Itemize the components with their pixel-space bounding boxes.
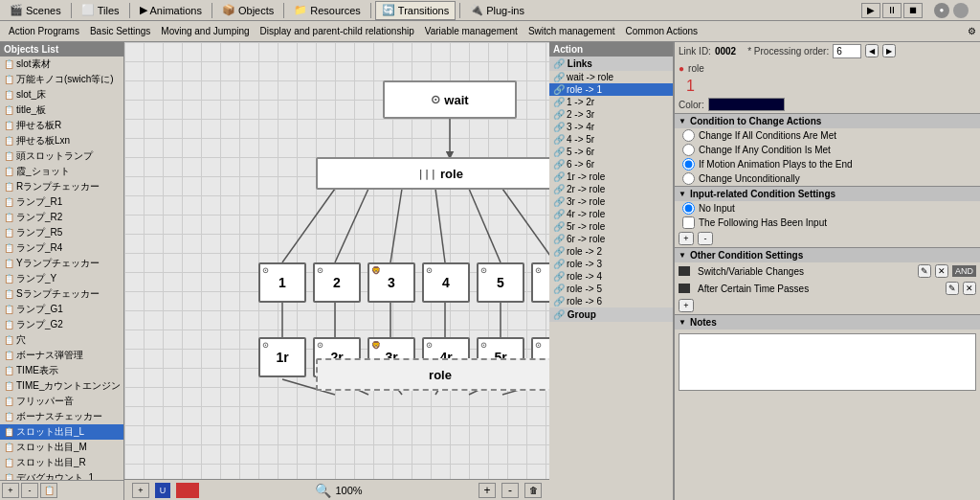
link-2-3r[interactable]: 🔗 2 -> 3r xyxy=(549,108,673,121)
sidebar-item-22[interactable]: 📋フリッパー音 xyxy=(0,394,123,409)
link-role-5[interactable]: 🔗 role -> 5 xyxy=(549,283,673,295)
sidebar-item-27[interactable]: 📋デバグカウント_1 xyxy=(0,470,123,480)
menu-plugins[interactable]: 🔌 Plug-ins xyxy=(464,1,530,20)
color-picker[interactable] xyxy=(708,98,785,111)
zoom-add-button[interactable]: + xyxy=(479,483,496,498)
menu-objects[interactable]: 📦 Objects xyxy=(216,1,279,20)
link-5r-role[interactable]: 🔗 5r -> role xyxy=(549,220,673,233)
sidebar-item-0[interactable]: 📋slot素材 xyxy=(0,57,123,72)
notes-section[interactable]: ▼ Notes xyxy=(675,314,980,330)
link-role-6[interactable]: 🔗 role -> 6 xyxy=(549,295,673,307)
switch-edit-button[interactable]: ✎ xyxy=(918,264,931,278)
sidebar-item-19[interactable]: 📋ボーナス弾管理 xyxy=(0,348,123,363)
menu-resources[interactable]: 📁 Resources xyxy=(288,1,367,20)
link-1-2r[interactable]: 🔗 1 -> 2r xyxy=(549,96,673,108)
sidebar-item-5[interactable]: 📋押せる板Lxn xyxy=(0,133,123,148)
sidebar-item-26[interactable]: 📋スロット出目_R xyxy=(0,455,123,470)
condition-section[interactable]: ▼ Condition to Change Actions xyxy=(675,113,980,128)
sub-variable-mgmt[interactable]: Variable management xyxy=(420,24,523,38)
sidebar-item-16[interactable]: 📋ランプ_G1 xyxy=(0,302,123,317)
sidebar-item-13[interactable]: 📋Yランプチェッカー xyxy=(0,256,123,271)
link-6-6r[interactable]: 🔗 6 -> 6r xyxy=(549,158,673,170)
pause-button[interactable]: ⏸ xyxy=(882,3,902,18)
sidebar-item-14[interactable]: 📋ランプ_Y xyxy=(0,271,123,286)
link-1r-role[interactable]: 🔗 1r -> role xyxy=(549,170,673,183)
stop-button[interactable]: ⏹ xyxy=(903,3,923,18)
sidebar-item-6[interactable]: 📋頭スロットランプ xyxy=(0,148,123,164)
radio-no-input-input[interactable] xyxy=(682,202,695,215)
link-5-6r[interactable]: 🔗 5 -> 6r xyxy=(549,146,673,158)
role-node-top[interactable]: ||| role xyxy=(316,157,549,190)
copy-object-button[interactable]: 📋 xyxy=(40,483,57,498)
check-following-input-cb[interactable] xyxy=(682,216,695,229)
proc-order-up[interactable]: ◀ xyxy=(865,44,879,57)
radio-motion-input[interactable] xyxy=(682,158,695,170)
sub-display-parent[interactable]: Display and parent-child relationship xyxy=(256,24,419,38)
sidebar-item-23[interactable]: 📋ボーナスチェッカー xyxy=(0,409,123,424)
canvas-area[interactable]: ⊙ wait ||| role ⊙ 1 ⊙ 2 🦁 3 ⊙ xyxy=(124,42,549,500)
sidebar-item-7[interactable]: 📋霞_ショット xyxy=(0,164,123,179)
processing-order-input[interactable] xyxy=(833,44,861,58)
num-node-2[interactable]: ⊙ 2 xyxy=(313,262,361,303)
wait-node[interactable]: ⊙ wait xyxy=(383,80,517,119)
link-3r-role[interactable]: 🔗 3r -> role xyxy=(549,195,673,208)
sidebar-item-10[interactable]: 📋ランプ_R2 xyxy=(0,210,123,225)
num-node-4[interactable]: ⊙ 4 xyxy=(422,262,470,303)
link-wait-role[interactable]: 🔗 wait -> role xyxy=(549,71,673,83)
sub-basic-settings[interactable]: Basic Settings xyxy=(85,24,155,38)
sub-moving-jumping[interactable]: Moving and Jumping xyxy=(156,24,254,38)
switch-delete-button[interactable]: ✕ xyxy=(935,264,948,278)
other-section[interactable]: ▼ Other Condition Settings xyxy=(675,247,980,262)
menu-transitions[interactable]: 🔄 Transitions xyxy=(375,1,456,20)
radio-unconditional-input[interactable] xyxy=(682,172,695,185)
sub-action-programs[interactable]: Action Programs xyxy=(4,24,84,38)
num-node-5[interactable]: ⊙ 5 xyxy=(477,262,524,303)
sidebar-item-12[interactable]: 📋ランプ_R4 xyxy=(0,240,123,256)
sidebar-item-18[interactable]: 📋穴 xyxy=(0,332,123,348)
sidebar-item-17[interactable]: 📋ランプ_G2 xyxy=(0,317,123,332)
time-edit-button[interactable]: ✎ xyxy=(946,282,959,295)
sidebar-item-24[interactable]: 📋スロット出目_L xyxy=(0,424,123,440)
role-node-bottom[interactable]: role xyxy=(316,358,549,391)
link-4-5r[interactable]: 🔗 4 -> 5r xyxy=(549,133,673,146)
menu-scenes[interactable]: 🎬 Scenes xyxy=(4,1,67,20)
sidebar-item-9[interactable]: 📋ランプ_R1 xyxy=(0,194,123,210)
menu-animations[interactable]: ▶ Animations xyxy=(134,1,208,20)
sidebar-item-20[interactable]: 📋TIME表示 xyxy=(0,363,123,378)
zoom-remove-button[interactable]: - xyxy=(501,483,519,498)
link-role-2[interactable]: 🔗 role -> 2 xyxy=(549,245,673,258)
remove-object-button[interactable]: - xyxy=(21,483,38,498)
zoom-reset-button[interactable]: 🗑 xyxy=(524,483,542,498)
input-section[interactable]: ▼ Input-related Condition Settings xyxy=(675,186,980,201)
time-delete-button[interactable]: ✕ xyxy=(963,282,976,295)
num-node-1[interactable]: ⊙ 1 xyxy=(258,262,306,303)
radio-any-input[interactable] xyxy=(682,144,695,156)
num-node-1r[interactable]: ⊙ 1r xyxy=(258,337,306,377)
link-role-4[interactable]: 🔗 role -> 4 xyxy=(549,270,673,283)
link-4r-role[interactable]: 🔗 4r -> role xyxy=(549,208,673,220)
radio-all-input[interactable] xyxy=(682,129,695,142)
input-remove-button[interactable]: - xyxy=(698,232,713,245)
link-6r-role[interactable]: 🔗 6r -> role xyxy=(549,233,673,245)
sidebar-item-25[interactable]: 📋スロット出目_M xyxy=(0,440,123,455)
sidebar-item-15[interactable]: 📋Sランプチェッカー xyxy=(0,286,123,302)
link-2r-role[interactable]: 🔗 2r -> role xyxy=(549,183,673,195)
num-node-3[interactable]: 🦁 3 xyxy=(368,262,415,303)
dot-button[interactable] xyxy=(953,3,969,18)
notes-textarea[interactable] xyxy=(679,333,976,391)
play-button[interactable]: ▶ xyxy=(861,3,880,18)
sub-common-actions[interactable]: Common Actions xyxy=(621,24,703,38)
add-object-button[interactable]: + xyxy=(2,483,19,498)
link-role-3[interactable]: 🔗 role -> 3 xyxy=(549,258,673,270)
num-node-6[interactable]: ⊙ 6 xyxy=(531,262,549,303)
record-button[interactable]: ● xyxy=(934,3,949,18)
input-add-button[interactable]: + xyxy=(679,232,694,245)
link-role-1[interactable]: 🔗 role -> 1 xyxy=(549,83,673,96)
settings-gear-icon[interactable]: ⚙ xyxy=(968,26,976,36)
proc-order-down[interactable]: ▶ xyxy=(882,44,896,57)
sidebar-item-1[interactable]: 📋万能キノコ(swich等に) xyxy=(0,72,123,87)
sidebar-item-21[interactable]: 📋TIME_カウントエンジン xyxy=(0,378,123,394)
sidebar-item-4[interactable]: 📋押せる板R xyxy=(0,118,123,133)
sidebar-item-2[interactable]: 📋slot_床 xyxy=(0,87,123,102)
menu-tiles[interactable]: ⬜ Tiles xyxy=(76,1,125,20)
